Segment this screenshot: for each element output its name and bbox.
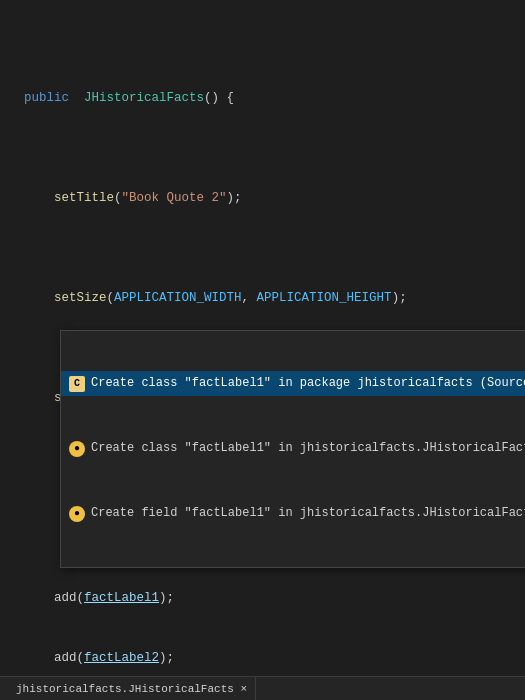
- autocomplete-item-1[interactable]: ● Create class "factLabel1" in jhistoric…: [61, 436, 525, 461]
- code-area: public JHistoricalFacts() { setTitle("Bo…: [0, 0, 525, 700]
- editor-container: public JHistoricalFacts() { setTitle("Bo…: [0, 0, 525, 700]
- autocomplete-item-text-1: Create class "factLabel1" in jhistorical…: [91, 439, 525, 458]
- code-line: add(factLabel2);: [20, 648, 525, 668]
- autocomplete-popup[interactable]: C Create class "factLabel1" in package j…: [60, 330, 525, 568]
- bottom-tab-bar: jhistoricalfacts.JHistoricalFacts ×: [0, 676, 525, 700]
- autocomplete-icon-field-2: ●: [69, 506, 85, 522]
- code-line: public JHistoricalFacts() {: [20, 88, 525, 108]
- autocomplete-item-text-2: Create field "factLabel1" in jhistorical…: [91, 504, 525, 523]
- code-line: setTitle("Book Quote 2");: [20, 188, 525, 208]
- code-line: setSize(APPLICATION_WIDTH, APPLICATION_H…: [20, 288, 525, 308]
- autocomplete-item-text-0: Create class "factLabel1" in package jhi…: [91, 374, 525, 393]
- autocomplete-icon-field-1: ●: [69, 441, 85, 457]
- bottom-tab-label[interactable]: jhistoricalfacts.JHistoricalFacts ×: [8, 677, 256, 701]
- code-line: add(factLabel1);: [20, 588, 525, 608]
- autocomplete-item-0[interactable]: C Create class "factLabel1" in package j…: [61, 371, 525, 396]
- autocomplete-item-2[interactable]: ● Create field "factLabel1" in jhistoric…: [61, 501, 525, 526]
- autocomplete-icon-class: C: [69, 376, 85, 392]
